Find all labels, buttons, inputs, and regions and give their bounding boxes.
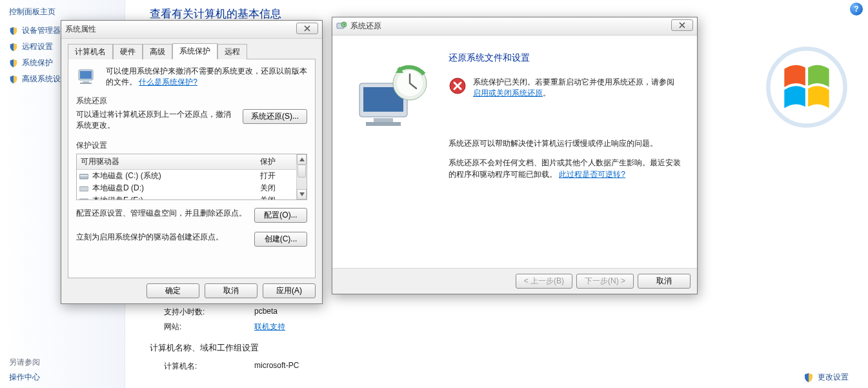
scroll-up-button[interactable] bbox=[297, 154, 307, 165]
tab-computer-name[interactable]: 计算机名 bbox=[68, 44, 113, 59]
svg-rect-2 bbox=[80, 71, 92, 79]
drive-row[interactable]: 本地磁盘 (C:) (系统) 打开 bbox=[77, 170, 307, 182]
shield-icon bbox=[9, 75, 18, 84]
restore-help-text-1: 系统还原可以帮助解决使计算机运行缓慢或停止响应的问题。 bbox=[449, 138, 681, 149]
see-also-section: 另请参阅 操作中心 bbox=[9, 357, 40, 383]
svg-rect-6 bbox=[80, 175, 88, 176]
scroll-down-button[interactable] bbox=[297, 189, 307, 199]
site-label: 网站: bbox=[164, 322, 254, 332]
tab-strip: 计算机名 硬件 高级 系统保护 远程 bbox=[68, 44, 316, 59]
help-icon[interactable]: ? bbox=[850, 3, 863, 15]
tab-advanced[interactable]: 高级 bbox=[143, 44, 172, 59]
scroll-thumb[interactable] bbox=[298, 165, 306, 178]
close-button[interactable] bbox=[296, 23, 318, 34]
svg-rect-8 bbox=[79, 199, 88, 201]
system-properties-dialog: 系统属性 计算机名 硬件 高级 系统保护 远程 可以使用系统保护来撤消不需要的系… bbox=[61, 20, 323, 304]
cancel-button[interactable]: 取消 bbox=[638, 274, 691, 289]
enable-restore-link[interactable]: 启用或关闭系统还原 bbox=[473, 88, 543, 97]
drive-row[interactable]: 本地磁盘E (E:) 关闭 bbox=[77, 194, 307, 200]
create-desc: 立刻为启用系统保护的驱动器创建还原点。 bbox=[76, 232, 248, 243]
drive-row[interactable]: 本地磁盘D (D:) 关闭 bbox=[77, 182, 307, 194]
sidebar-item-label: 设备管理器 bbox=[22, 25, 61, 36]
computer-name-section-header: 计算机名称、域和工作组设置 bbox=[150, 342, 855, 354]
drive-name: 本地磁盘 (C:) (系统) bbox=[91, 170, 259, 182]
dialog-title: 系统属性 bbox=[65, 24, 96, 35]
shield-icon bbox=[9, 59, 18, 68]
system-restore-dialog: 系统还原 还原系统文件和设置 bbox=[332, 17, 698, 294]
tab-hardware[interactable]: 硬件 bbox=[113, 44, 143, 59]
online-support-link[interactable]: 联机支持 bbox=[254, 322, 285, 331]
drive-table[interactable]: 可用驱动器 保护 本地磁盘 (C:) (系统) 打开 本地磁盘D (D:) 关闭… bbox=[76, 154, 307, 200]
hours-value: pcbeta bbox=[254, 307, 278, 318]
computer-name-label: 计算机名: bbox=[164, 361, 254, 372]
disk-icon bbox=[79, 173, 88, 179]
tab-remote[interactable]: 远程 bbox=[217, 44, 247, 59]
system-restore-desc: 可以通过将计算机还原到上一个还原点，撤消系统更改。 bbox=[76, 109, 236, 131]
windows-logo-icon bbox=[765, 45, 849, 129]
system-restore-heading: 系统还原 bbox=[76, 96, 307, 107]
protection-settings-heading: 保护设置 bbox=[76, 140, 307, 151]
shield-icon bbox=[803, 373, 814, 383]
tab-panel: 可以使用系统保护来撤消不需要的系统更改，还原以前版本的文件。 什么是系统保护? … bbox=[68, 59, 316, 278]
action-center-link[interactable]: 操作中心 bbox=[9, 372, 40, 383]
system-protection-icon bbox=[76, 66, 99, 89]
create-button[interactable]: 创建(C)... bbox=[254, 232, 307, 247]
restore-title-icon bbox=[336, 21, 347, 32]
computer-name-value: microsoft-PC bbox=[254, 361, 299, 372]
close-button[interactable] bbox=[671, 19, 693, 31]
titlebar[interactable]: 系统属性 bbox=[61, 21, 322, 39]
disk-icon bbox=[79, 185, 88, 192]
drive-name: 本地磁盘D (D:) bbox=[91, 182, 259, 194]
ok-button[interactable]: 确定 bbox=[146, 283, 199, 298]
error-text: 系统保护已关闭。若要重新启动它并使用系统还原，请参阅启用或关闭系统还原。 bbox=[473, 77, 681, 99]
next-button: 下一步(N) > bbox=[576, 274, 634, 289]
apply-button[interactable]: 应用(A) bbox=[263, 283, 316, 298]
restore-graphic-icon bbox=[348, 52, 438, 261]
reversible-link[interactable]: 此过程是否可逆转? bbox=[559, 170, 625, 179]
titlebar[interactable]: 系统还原 bbox=[332, 17, 697, 36]
change-settings-link[interactable]: 更改设置 bbox=[803, 372, 849, 383]
restore-heading: 还原系统文件和设置 bbox=[449, 52, 681, 64]
drive-name: 本地磁盘E (E:) bbox=[91, 194, 259, 200]
svg-point-0 bbox=[768, 48, 845, 125]
system-restore-button[interactable]: 系统还原(S)... bbox=[243, 109, 307, 124]
drive-table-header: 可用驱动器 保护 bbox=[77, 154, 307, 170]
shield-icon bbox=[9, 43, 18, 52]
change-settings-label: 更改设置 bbox=[818, 372, 849, 383]
svg-rect-3 bbox=[83, 81, 89, 83]
hours-label: 支持小时数: bbox=[164, 307, 254, 318]
svg-rect-13 bbox=[374, 118, 393, 122]
scrollbar[interactable] bbox=[296, 154, 307, 199]
back-button: < 上一步(B) bbox=[516, 274, 572, 289]
protection-description: 可以使用系统保护来撤消不需要的系统更改，还原以前版本的文件。 什么是系统保护? bbox=[106, 66, 307, 88]
svg-rect-7 bbox=[79, 187, 88, 191]
sidebar-item-label: 系统保护 bbox=[22, 57, 53, 68]
error-icon bbox=[449, 77, 467, 95]
what-is-system-protection-link[interactable]: 什么是系统保护? bbox=[139, 77, 197, 87]
configure-desc: 配置还原设置、管理磁盘空间，并且删除还原点。 bbox=[76, 208, 248, 219]
configure-button[interactable]: 配置(O)... bbox=[254, 208, 307, 223]
tab-system-protection[interactable]: 系统保护 bbox=[172, 43, 217, 59]
col-header-drive: 可用驱动器 bbox=[79, 156, 259, 168]
disk-icon bbox=[79, 198, 88, 201]
cancel-button[interactable]: 取消 bbox=[205, 283, 257, 298]
dialog-title: 系统还原 bbox=[350, 21, 381, 32]
see-also-label: 另请参阅 bbox=[9, 357, 40, 368]
shield-icon bbox=[9, 26, 18, 36]
sidebar-item-label: 远程设置 bbox=[22, 41, 53, 52]
svg-rect-14 bbox=[366, 122, 401, 126]
restore-help-text-2: 系统还原不会对任何文档、图片或其他个人数据产生影响。最近安装的程序和驱动程序可能… bbox=[449, 157, 681, 180]
svg-rect-4 bbox=[80, 83, 92, 84]
